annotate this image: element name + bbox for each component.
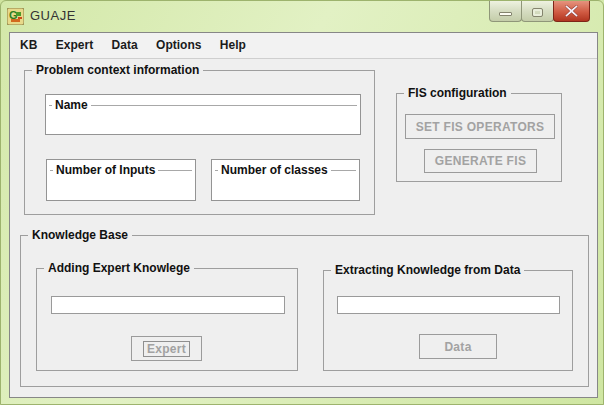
menubar: KB Expert Data Options Help [10,33,597,59]
problem-context-group: Problem context information Name Number … [24,70,375,215]
expert-button-label: Expert [143,341,190,357]
client-area: KB Expert Data Options Help Problem cont… [9,32,598,398]
guaje-logo-icon: G [7,8,24,25]
number-of-inputs-input[interactable] [51,177,191,198]
app-window: G GUAJE KB Expert Data Opt [0,0,604,405]
menu-kb[interactable]: KB [13,33,44,58]
expert-button[interactable]: Expert [131,336,202,361]
number-of-inputs-field[interactable]: Number of Inputs [46,159,196,201]
set-fis-operators-button[interactable]: SET FIS OPERATORS [405,114,555,139]
number-of-classes-label: Number of classes [218,163,331,177]
adding-expert-knowledge-title: Adding Expert Knowlege [44,261,194,275]
close-button[interactable] [553,1,590,22]
extracting-knowledge-title: Extracting Knowledge from Data [331,263,524,277]
titlebar[interactable]: G GUAJE [1,1,603,32]
minimize-button[interactable] [489,1,522,22]
adding-expert-knowledge-group: Adding Expert Knowlege Expert [36,268,298,371]
name-field[interactable]: Name [45,94,361,135]
data-button[interactable]: Data [419,334,497,359]
expert-knowledge-input[interactable] [51,296,285,314]
name-field-label: Name [52,98,91,112]
number-of-classes-field[interactable]: Number of classes [211,159,360,201]
menu-data[interactable]: Data [105,33,145,58]
window-title: GUAJE [30,8,76,23]
number-of-classes-input[interactable] [216,177,355,198]
maximize-button[interactable] [521,1,554,22]
number-of-inputs-label: Number of Inputs [53,163,158,177]
generate-fis-button[interactable]: GENERATE FIS [424,149,537,173]
minimize-icon [499,12,512,16]
maximize-icon [532,8,543,17]
fis-configuration-title: FIS configuration [404,86,511,100]
content-panel: Problem context information Name Number … [10,59,597,397]
problem-context-title: Problem context information [32,63,203,77]
knowledge-base-title: Knowledge Base [28,228,132,242]
name-input[interactable] [50,112,356,132]
window-controls [490,1,590,23]
close-icon [565,5,578,17]
menu-help[interactable]: Help [213,33,253,58]
data-knowledge-input[interactable] [337,296,560,314]
knowledge-base-group: Knowledge Base Adding Expert Knowlege Ex… [20,235,589,387]
menu-options[interactable]: Options [149,33,208,58]
extracting-knowledge-group: Extracting Knowledge from Data Data [323,270,573,371]
menu-expert[interactable]: Expert [49,33,100,58]
fis-configuration-group: FIS configuration SET FIS OPERATORS GENE… [396,93,562,182]
